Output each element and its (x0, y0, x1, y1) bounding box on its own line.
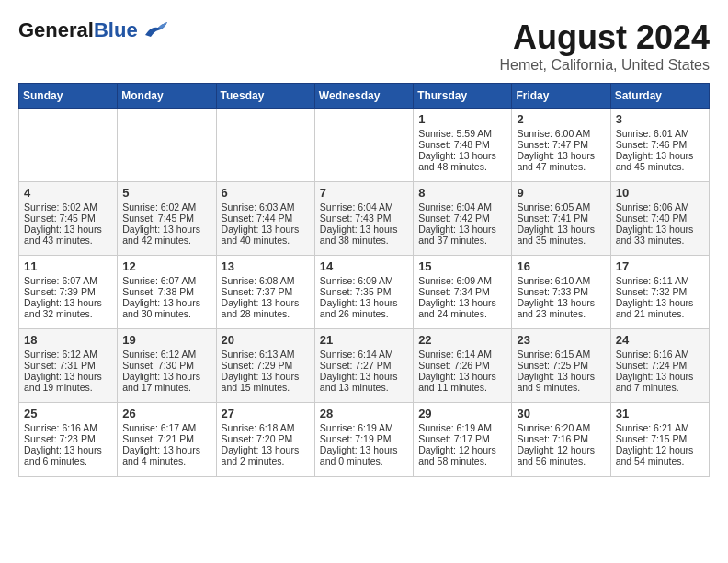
calendar-cell: 16Sunrise: 6:10 AMSunset: 7:33 PMDayligh… (512, 256, 610, 329)
cell-text: Sunrise: 6:12 AM (122, 349, 210, 360)
day-number: 24 (616, 333, 704, 347)
calendar-cell: 22Sunrise: 6:14 AMSunset: 7:26 PMDayligh… (414, 329, 512, 403)
cell-text: and 30 minutes. (122, 308, 210, 319)
calendar-body: 1Sunrise: 5:59 AMSunset: 7:48 PMDaylight… (19, 109, 710, 477)
day-number: 28 (320, 407, 408, 420)
cell-text: Sunset: 7:33 PM (517, 286, 605, 297)
cell-text: and 4 minutes. (122, 455, 210, 466)
day-number: 2 (517, 112, 605, 126)
cell-text: Daylight: 13 hours (222, 297, 310, 308)
cell-text: Daylight: 13 hours (418, 297, 506, 308)
day-number: 18 (24, 333, 112, 347)
cell-text: Sunset: 7:27 PM (320, 360, 408, 371)
calendar-cell: 28Sunrise: 6:19 AMSunset: 7:19 PMDayligh… (314, 403, 413, 477)
cell-text: and 13 minutes. (320, 382, 408, 393)
cell-text: Daylight: 13 hours (222, 224, 310, 235)
day-number: 22 (418, 333, 506, 347)
day-number: 27 (222, 407, 310, 420)
cell-text: Sunrise: 6:02 AM (122, 201, 210, 213)
cell-text: Daylight: 13 hours (517, 297, 605, 308)
calendar-table: SundayMondayTuesdayWednesdayThursdayFrid… (18, 83, 710, 477)
cell-text: Sunset: 7:41 PM (517, 213, 605, 224)
cell-text: Sunset: 7:34 PM (418, 286, 506, 297)
cell-text: Daylight: 13 hours (122, 371, 210, 382)
cell-text: and 21 minutes. (616, 308, 704, 319)
cell-text: Sunrise: 6:07 AM (24, 275, 112, 286)
day-number: 11 (24, 259, 112, 273)
day-number: 31 (616, 407, 704, 420)
day-number: 15 (418, 259, 506, 273)
cell-text: Sunset: 7:38 PM (122, 286, 210, 297)
cell-text: and 54 minutes. (616, 455, 704, 466)
calendar-cell: 9Sunrise: 6:05 AMSunset: 7:41 PMDaylight… (512, 182, 610, 256)
cell-text: Daylight: 13 hours (122, 297, 210, 308)
calendar-cell: 26Sunrise: 6:17 AMSunset: 7:21 PMDayligh… (118, 403, 216, 477)
cell-text: Daylight: 13 hours (517, 224, 605, 235)
cell-text: Daylight: 13 hours (222, 371, 310, 382)
cell-text: Daylight: 13 hours (616, 371, 704, 382)
cell-text: Sunrise: 6:16 AM (616, 349, 704, 360)
calendar-cell: 2Sunrise: 6:00 AMSunset: 7:47 PMDaylight… (512, 109, 610, 182)
cell-text: Sunrise: 6:14 AM (418, 349, 506, 360)
cell-text: Sunset: 7:39 PM (24, 286, 112, 297)
cell-text: and 0 minutes. (320, 455, 408, 466)
day-number: 16 (517, 259, 605, 273)
calendar-cell: 31Sunrise: 6:21 AMSunset: 7:15 PMDayligh… (610, 403, 709, 477)
cell-text: and 26 minutes. (320, 308, 408, 319)
day-number: 3 (616, 112, 704, 126)
cell-text: Daylight: 13 hours (517, 371, 605, 382)
cell-text: Sunrise: 6:00 AM (517, 128, 605, 139)
cell-text: and 9 minutes. (517, 382, 605, 393)
cell-text: Sunset: 7:42 PM (418, 213, 506, 224)
cell-text: Sunset: 7:25 PM (517, 360, 605, 371)
cell-text: and 43 minutes. (24, 235, 112, 246)
cell-text: Sunset: 7:43 PM (320, 213, 408, 224)
cell-text: Sunset: 7:46 PM (616, 139, 704, 150)
day-number: 20 (222, 333, 310, 347)
cell-text: Sunrise: 6:03 AM (222, 201, 310, 213)
cell-text: and 23 minutes. (517, 308, 605, 319)
day-number: 19 (122, 333, 210, 347)
cell-text: and 42 minutes. (122, 235, 210, 246)
cell-text: Sunrise: 6:07 AM (122, 275, 210, 286)
cell-text: and 24 minutes. (418, 308, 506, 319)
cell-text: and 33 minutes. (616, 235, 704, 246)
subtitle: Hemet, California, United States (499, 57, 710, 74)
cell-text: Daylight: 13 hours (320, 297, 408, 308)
cell-text: Sunset: 7:47 PM (517, 139, 605, 150)
cell-text: Sunset: 7:30 PM (122, 360, 210, 371)
cell-text: Sunset: 7:31 PM (24, 360, 112, 371)
cell-text: Sunrise: 6:19 AM (418, 422, 506, 433)
calendar-cell: 12Sunrise: 6:07 AMSunset: 7:38 PMDayligh… (118, 256, 216, 329)
cell-text: Daylight: 13 hours (222, 444, 310, 455)
calendar-cell: 20Sunrise: 6:13 AMSunset: 7:29 PMDayligh… (216, 329, 314, 403)
calendar-cell: 10Sunrise: 6:06 AMSunset: 7:40 PMDayligh… (610, 182, 709, 256)
title-area: August 2024 Hemet, California, United St… (499, 18, 710, 74)
cell-text: Sunrise: 6:10 AM (517, 275, 605, 286)
cell-text: Sunrise: 6:19 AM (320, 422, 408, 433)
calendar-week-5: 25Sunrise: 6:16 AMSunset: 7:23 PMDayligh… (19, 403, 710, 477)
cell-text: Daylight: 13 hours (24, 444, 112, 455)
cell-text: Sunset: 7:19 PM (320, 433, 408, 444)
cell-text: and 35 minutes. (517, 235, 605, 246)
logo-text: GeneralBlue (18, 18, 138, 42)
cell-text: Sunrise: 5:59 AM (418, 128, 506, 139)
day-number: 12 (122, 259, 210, 273)
day-number: 9 (517, 186, 605, 200)
day-number: 30 (517, 407, 605, 420)
day-number: 8 (418, 186, 506, 200)
cell-text: Daylight: 13 hours (418, 150, 506, 161)
cell-text: Daylight: 13 hours (24, 297, 112, 308)
cell-text: Daylight: 13 hours (24, 224, 112, 235)
cell-text: Daylight: 13 hours (320, 371, 408, 382)
cell-text: and 11 minutes. (418, 382, 506, 393)
cell-text: Daylight: 13 hours (418, 371, 506, 382)
header-cell-saturday: Saturday (610, 84, 709, 109)
cell-text: and 17 minutes. (122, 382, 210, 393)
calendar-cell: 13Sunrise: 6:08 AMSunset: 7:37 PMDayligh… (216, 256, 314, 329)
cell-text: Daylight: 12 hours (616, 444, 704, 455)
calendar-week-2: 4Sunrise: 6:02 AMSunset: 7:45 PMDaylight… (19, 182, 710, 256)
calendar-cell: 3Sunrise: 6:01 AMSunset: 7:46 PMDaylight… (610, 109, 709, 182)
logo-bird-icon (143, 18, 169, 39)
day-number: 21 (320, 333, 408, 347)
